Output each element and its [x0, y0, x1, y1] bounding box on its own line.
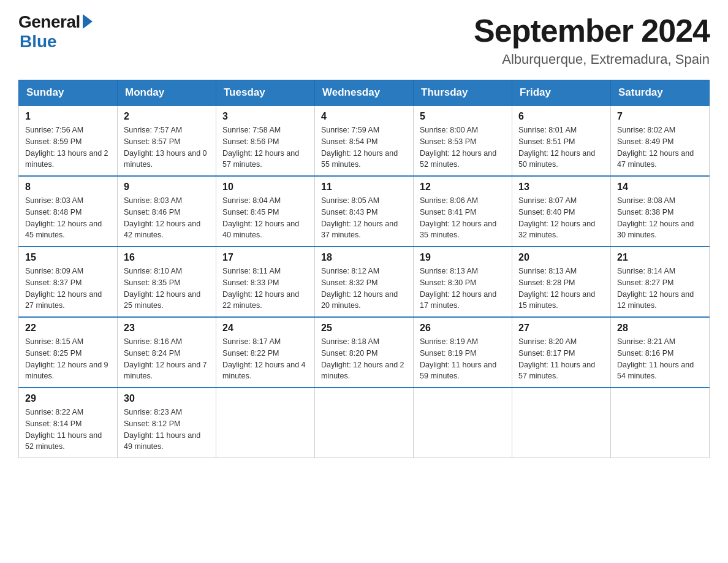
calendar-cell: 10Sunrise: 8:04 AMSunset: 8:45 PMDayligh… [216, 176, 315, 247]
calendar-cell: 15Sunrise: 8:09 AMSunset: 8:37 PMDayligh… [19, 247, 118, 317]
weekday-header-saturday: Saturday [611, 80, 710, 106]
week-row-1: 1Sunrise: 7:56 AMSunset: 8:59 PMDaylight… [19, 105, 710, 176]
calendar-cell: 29Sunrise: 8:22 AMSunset: 8:14 PMDayligh… [19, 388, 118, 458]
weekday-header-friday: Friday [512, 80, 611, 106]
day-info: Sunrise: 8:14 AMSunset: 8:27 PMDaylight:… [617, 266, 703, 312]
day-number: 19 [420, 252, 506, 263]
day-number: 5 [420, 111, 506, 122]
calendar-cell: 6Sunrise: 8:01 AMSunset: 8:51 PMDaylight… [512, 105, 611, 176]
day-info: Sunrise: 8:11 AMSunset: 8:33 PMDaylight:… [222, 266, 308, 312]
calendar-cell: 19Sunrise: 8:13 AMSunset: 8:30 PMDayligh… [414, 247, 512, 317]
day-number: 1 [25, 111, 111, 122]
week-row-3: 15Sunrise: 8:09 AMSunset: 8:37 PMDayligh… [19, 247, 710, 317]
logo-general-text: General [18, 12, 80, 32]
day-info: Sunrise: 8:04 AMSunset: 8:45 PMDaylight:… [222, 195, 308, 241]
day-number: 22 [25, 323, 111, 334]
day-number: 3 [222, 111, 308, 122]
day-info: Sunrise: 8:15 AMSunset: 8:25 PMDaylight:… [25, 336, 111, 382]
day-info: Sunrise: 8:16 AMSunset: 8:24 PMDaylight:… [124, 336, 210, 382]
day-number: 12 [420, 182, 506, 193]
calendar-cell: 18Sunrise: 8:12 AMSunset: 8:32 PMDayligh… [315, 247, 414, 317]
day-number: 6 [518, 111, 604, 122]
day-info: Sunrise: 8:00 AMSunset: 8:53 PMDaylight:… [420, 124, 506, 170]
calendar-cell: 22Sunrise: 8:15 AMSunset: 8:25 PMDayligh… [19, 317, 118, 388]
day-info: Sunrise: 8:13 AMSunset: 8:30 PMDaylight:… [420, 266, 506, 312]
calendar-cell [315, 388, 414, 458]
page-header: General Blue September 2024 Alburquerque… [18, 12, 710, 67]
day-info: Sunrise: 7:59 AMSunset: 8:54 PMDaylight:… [321, 124, 407, 170]
day-info: Sunrise: 8:03 AMSunset: 8:48 PMDaylight:… [25, 195, 111, 241]
location-text: Alburquerque, Extremadura, Spain [474, 52, 710, 67]
day-number: 2 [124, 111, 210, 122]
calendar-cell [512, 388, 611, 458]
weekday-header-monday: Monday [118, 80, 216, 106]
day-info: Sunrise: 8:23 AMSunset: 8:12 PMDaylight:… [124, 407, 210, 453]
calendar-cell: 9Sunrise: 8:03 AMSunset: 8:46 PMDaylight… [118, 176, 216, 247]
calendar-cell [611, 388, 710, 458]
day-number: 16 [124, 252, 210, 263]
calendar-cell: 25Sunrise: 8:18 AMSunset: 8:20 PMDayligh… [315, 317, 414, 388]
calendar-cell [216, 388, 315, 458]
calendar-cell: 26Sunrise: 8:19 AMSunset: 8:19 PMDayligh… [414, 317, 512, 388]
calendar-cell [414, 388, 512, 458]
day-info: Sunrise: 8:01 AMSunset: 8:51 PMDaylight:… [518, 124, 604, 170]
day-info: Sunrise: 8:19 AMSunset: 8:19 PMDaylight:… [420, 336, 506, 382]
day-info: Sunrise: 8:09 AMSunset: 8:37 PMDaylight:… [25, 266, 111, 312]
calendar-cell: 8Sunrise: 8:03 AMSunset: 8:48 PMDaylight… [19, 176, 118, 247]
logo-blue-text: Blue [20, 32, 57, 52]
weekday-header-sunday: Sunday [19, 80, 118, 106]
day-number: 14 [617, 182, 703, 193]
calendar-cell: 3Sunrise: 7:58 AMSunset: 8:56 PMDaylight… [216, 105, 315, 176]
calendar-table: SundayMondayTuesdayWednesdayThursdayFrid… [18, 80, 710, 458]
day-info: Sunrise: 8:21 AMSunset: 8:16 PMDaylight:… [617, 336, 703, 382]
title-block: September 2024 Alburquerque, Extremadura… [474, 12, 710, 67]
calendar-cell: 30Sunrise: 8:23 AMSunset: 8:12 PMDayligh… [118, 388, 216, 458]
calendar-cell: 1Sunrise: 7:56 AMSunset: 8:59 PMDaylight… [19, 105, 118, 176]
day-info: Sunrise: 7:56 AMSunset: 8:59 PMDaylight:… [25, 124, 111, 170]
day-number: 15 [25, 252, 111, 263]
day-info: Sunrise: 8:17 AMSunset: 8:22 PMDaylight:… [222, 336, 308, 382]
month-title: September 2024 [474, 12, 710, 49]
day-info: Sunrise: 8:18 AMSunset: 8:20 PMDaylight:… [321, 336, 407, 382]
calendar-cell: 21Sunrise: 8:14 AMSunset: 8:27 PMDayligh… [611, 247, 710, 317]
day-info: Sunrise: 8:02 AMSunset: 8:49 PMDaylight:… [617, 124, 703, 170]
day-info: Sunrise: 8:10 AMSunset: 8:35 PMDaylight:… [124, 266, 210, 312]
day-info: Sunrise: 8:08 AMSunset: 8:38 PMDaylight:… [617, 195, 703, 241]
calendar-cell: 7Sunrise: 8:02 AMSunset: 8:49 PMDaylight… [611, 105, 710, 176]
day-number: 8 [25, 182, 111, 193]
day-number: 29 [25, 393, 111, 404]
logo-arrow-icon [83, 14, 93, 29]
day-number: 20 [518, 252, 604, 263]
calendar-cell: 14Sunrise: 8:08 AMSunset: 8:38 PMDayligh… [611, 176, 710, 247]
day-info: Sunrise: 8:05 AMSunset: 8:43 PMDaylight:… [321, 195, 407, 241]
day-number: 25 [321, 323, 407, 334]
weekday-header-wednesday: Wednesday [315, 80, 414, 106]
weekday-header-tuesday: Tuesday [216, 80, 315, 106]
calendar-cell: 2Sunrise: 7:57 AMSunset: 8:57 PMDaylight… [118, 105, 216, 176]
day-info: Sunrise: 7:57 AMSunset: 8:57 PMDaylight:… [124, 124, 210, 170]
day-number: 9 [124, 182, 210, 193]
day-info: Sunrise: 8:07 AMSunset: 8:40 PMDaylight:… [518, 195, 604, 241]
day-number: 17 [222, 252, 308, 263]
calendar-cell: 23Sunrise: 8:16 AMSunset: 8:24 PMDayligh… [118, 317, 216, 388]
week-row-4: 22Sunrise: 8:15 AMSunset: 8:25 PMDayligh… [19, 317, 710, 388]
calendar-cell: 20Sunrise: 8:13 AMSunset: 8:28 PMDayligh… [512, 247, 611, 317]
weekday-header-thursday: Thursday [414, 80, 512, 106]
day-number: 11 [321, 182, 407, 193]
calendar-cell: 12Sunrise: 8:06 AMSunset: 8:41 PMDayligh… [414, 176, 512, 247]
day-info: Sunrise: 8:22 AMSunset: 8:14 PMDaylight:… [25, 407, 111, 453]
calendar-cell: 13Sunrise: 8:07 AMSunset: 8:40 PMDayligh… [512, 176, 611, 247]
day-number: 21 [617, 252, 703, 263]
calendar-cell: 17Sunrise: 8:11 AMSunset: 8:33 PMDayligh… [216, 247, 315, 317]
calendar-cell: 16Sunrise: 8:10 AMSunset: 8:35 PMDayligh… [118, 247, 216, 317]
day-info: Sunrise: 8:12 AMSunset: 8:32 PMDaylight:… [321, 266, 407, 312]
day-number: 18 [321, 252, 407, 263]
day-number: 28 [617, 323, 703, 334]
calendar-cell: 24Sunrise: 8:17 AMSunset: 8:22 PMDayligh… [216, 317, 315, 388]
day-info: Sunrise: 8:06 AMSunset: 8:41 PMDaylight:… [420, 195, 506, 241]
day-number: 23 [124, 323, 210, 334]
day-info: Sunrise: 8:13 AMSunset: 8:28 PMDaylight:… [518, 266, 604, 312]
calendar-cell: 27Sunrise: 8:20 AMSunset: 8:17 PMDayligh… [512, 317, 611, 388]
day-number: 30 [124, 393, 210, 404]
day-number: 24 [222, 323, 308, 334]
